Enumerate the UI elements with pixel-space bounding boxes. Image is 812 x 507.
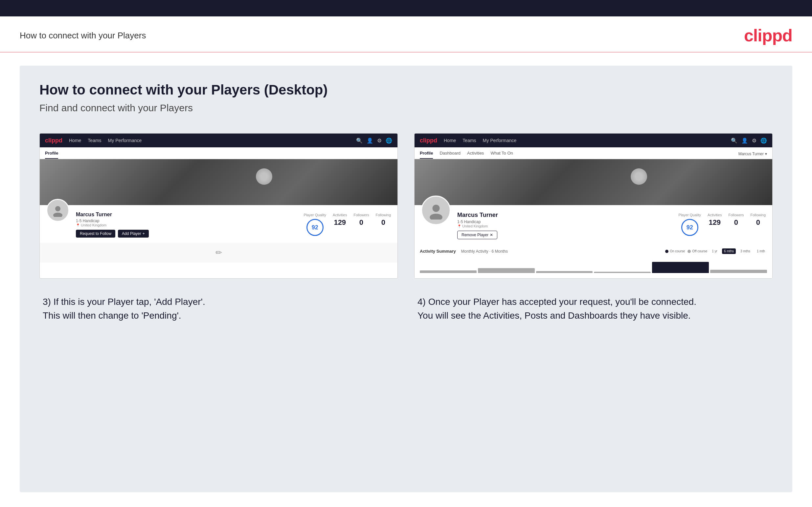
- bar-4: [594, 272, 651, 273]
- svg-point-0: [55, 206, 60, 211]
- right-tab-dashboard[interactable]: Dashboard: [440, 151, 461, 159]
- description-right-text: 4) Once your Player has accepted your re…: [417, 295, 769, 323]
- clippd-logo: clippd: [744, 25, 792, 45]
- svg-point-3: [429, 214, 443, 220]
- right-stat-activities: Activities 129: [708, 213, 722, 227]
- right-activity-title: Activity Summary: [420, 249, 456, 253]
- page-header: How to connect with your Players clippd: [0, 16, 812, 53]
- right-stat-following: Following 0: [751, 213, 766, 227]
- left-nav-performance[interactable]: My Performance: [108, 138, 142, 143]
- right-tab-what-to-on[interactable]: What To On: [491, 151, 513, 159]
- left-quality-value: 92: [306, 219, 323, 236]
- left-navbar-logo: clippd: [45, 137, 62, 144]
- right-nav-teams[interactable]: Teams: [462, 138, 476, 143]
- bar-6: [710, 270, 767, 273]
- time-filter-3mths[interactable]: 3 mths: [739, 248, 752, 254]
- right-user-dropdown[interactable]: Marcus Turner ▾: [739, 152, 767, 159]
- right-quality-label: Player Quality: [679, 213, 701, 217]
- svg-point-1: [53, 213, 62, 217]
- off-course-dot: [688, 250, 691, 253]
- legend-off-course: Off course: [688, 249, 707, 253]
- screenshots-row: clippd Home Teams My Performance 🔍 👤 ⚙ 🌐…: [39, 133, 773, 279]
- right-tab-profile[interactable]: Profile: [420, 151, 433, 159]
- add-player-button[interactable]: Add Player +: [118, 230, 149, 238]
- left-profile-section: Marcus Turner 1-5 Handicap 📍 United King…: [40, 205, 398, 243]
- left-stat-followers: Followers 0: [353, 213, 369, 227]
- right-user-icon[interactable]: 👤: [742, 137, 748, 144]
- right-profile-section: Marcus Turner 1-5 Handicap 📍 United King…: [414, 205, 772, 244]
- description-right: 4) Once your Player has accepted your re…: [414, 295, 773, 323]
- screenshot-left: clippd Home Teams My Performance 🔍 👤 ⚙ 🌐…: [39, 133, 398, 279]
- left-banner: [40, 159, 398, 205]
- right-navbar-logo: clippd: [420, 137, 437, 144]
- left-player-location: 📍 United Kingdom: [76, 223, 297, 227]
- right-activity-subtitle: Monthly Activity · 6 Months: [461, 249, 508, 253]
- right-stats: Activities 129 Followers 0 Following 0: [708, 210, 766, 227]
- left-player-name: Marcus Turner: [76, 212, 297, 218]
- time-filter-1mth[interactable]: 1 mth: [755, 248, 767, 254]
- right-banner: [414, 159, 772, 205]
- globe-icon[interactable]: 🌐: [386, 137, 392, 144]
- settings-icon[interactable]: ⚙: [377, 137, 382, 144]
- left-banner-circle: [256, 168, 272, 185]
- left-action-buttons: Request to Follow Add Player +: [76, 230, 297, 238]
- left-player-info: Marcus Turner 1-5 Handicap 📍 United King…: [76, 210, 297, 238]
- left-nav-home[interactable]: Home: [69, 138, 81, 143]
- right-tabs-list: Profile Dashboard Activities What To On: [420, 151, 513, 159]
- remove-player-button[interactable]: Remove Player ✕: [457, 231, 497, 239]
- left-banner-image: [40, 159, 398, 205]
- svg-point-2: [432, 205, 440, 212]
- left-navbar: clippd Home Teams My Performance 🔍 👤 ⚙ 🌐: [40, 133, 398, 147]
- right-avatar: [421, 195, 451, 225]
- left-nav-teams[interactable]: Teams: [88, 138, 101, 143]
- right-stat-followers: Followers 0: [728, 213, 744, 227]
- right-settings-icon[interactable]: ⚙: [752, 137, 757, 144]
- right-action-buttons: Remove Player ✕: [457, 231, 672, 239]
- main-title: How to connect with your Players (Deskto…: [39, 82, 773, 98]
- right-nav-home[interactable]: Home: [444, 138, 456, 143]
- request-follow-button[interactable]: Request to Follow: [76, 230, 115, 238]
- left-tabs: Profile: [40, 147, 398, 159]
- bar-2: [478, 268, 535, 273]
- left-stats: Activities 129 Followers 0 Following 0: [333, 210, 391, 227]
- right-location-pin-icon: 📍: [457, 224, 461, 228]
- right-banner-image: [414, 159, 772, 205]
- right-globe-icon[interactable]: 🌐: [760, 137, 767, 144]
- right-player-name: Marcus Turner: [457, 212, 672, 219]
- right-activity-summary: Activity Summary Monthly Activity · 6 Mo…: [414, 244, 772, 278]
- description-left-text: 3) If this is your Player tap, 'Add Play…: [43, 295, 395, 323]
- left-player-handicap: 1-5 Handicap: [76, 219, 297, 223]
- right-activity-controls: On course Off course 1 yr 6 mths 3 mths …: [665, 248, 767, 254]
- right-tab-activities[interactable]: Activities: [467, 151, 484, 159]
- time-filter-1yr[interactable]: 1 yr: [710, 248, 719, 254]
- right-search-icon[interactable]: 🔍: [731, 137, 738, 144]
- right-avatar-icon: [427, 202, 445, 220]
- right-navbar: clippd Home Teams My Performance 🔍 👤 ⚙ 🌐: [414, 133, 772, 147]
- bar-1: [420, 270, 476, 273]
- left-avatar: [46, 199, 69, 222]
- footer: Copyright Clippd 2022: [0, 505, 812, 507]
- screenshot-right: clippd Home Teams My Performance 🔍 👤 ⚙ 🌐…: [414, 133, 773, 279]
- right-quality-value: 92: [681, 219, 698, 236]
- left-stat-activities: Activities 129: [333, 213, 347, 227]
- edit-icon: ✏: [215, 248, 222, 257]
- left-quality: Player Quality 92: [304, 210, 326, 236]
- on-course-dot: [665, 250, 668, 253]
- main-content: How to connect with your Players (Deskto…: [20, 66, 792, 492]
- left-bottom-area: ✏: [40, 243, 398, 263]
- right-player-handicap: 1-5 Handicap: [457, 220, 672, 224]
- page-title: How to connect with your Players: [20, 31, 146, 41]
- main-subtitle: Find and connect with your Players: [39, 102, 773, 114]
- close-icon: ✕: [490, 233, 493, 237]
- descriptions-row: 3) If this is your Player tap, 'Add Play…: [39, 295, 773, 323]
- left-tab-profile[interactable]: Profile: [45, 151, 58, 159]
- right-banner-circle: [631, 168, 647, 185]
- left-stat-following: Following 0: [376, 213, 391, 227]
- right-nav-performance[interactable]: My Performance: [483, 138, 517, 143]
- chevron-down-icon: ▾: [765, 152, 767, 156]
- location-pin-icon: 📍: [76, 223, 80, 227]
- user-icon[interactable]: 👤: [367, 137, 373, 144]
- left-quality-label: Player Quality: [304, 213, 326, 217]
- search-icon[interactable]: 🔍: [356, 137, 363, 144]
- time-filter-6mths[interactable]: 6 mths: [722, 248, 736, 254]
